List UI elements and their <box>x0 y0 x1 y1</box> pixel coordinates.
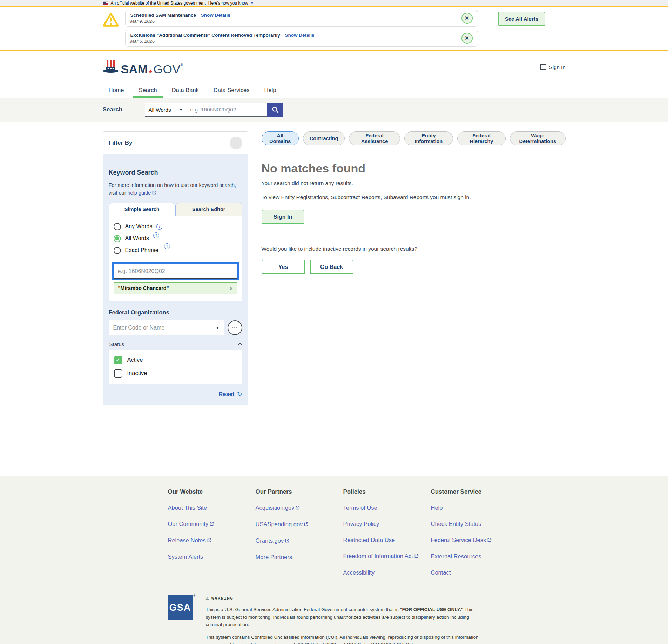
footer-link-system-alerts[interactable]: System Alerts <box>168 554 256 560</box>
sign-in-button[interactable]: Sign In <box>262 210 304 224</box>
header-sign-in-link[interactable]: ← Sign In <box>540 64 566 70</box>
search-submit-button[interactable] <box>267 103 283 117</box>
help-guide-label: help guide <box>128 190 151 196</box>
filter-panel: Filter By Keyword Search For more inform… <box>103 131 248 405</box>
no-matches-title: No matches found <box>262 162 566 175</box>
federal-org-more-button[interactable]: ... <box>228 320 242 335</box>
info-icon[interactable]: i <box>164 243 170 249</box>
footer-link-label: External Resources <box>431 553 481 560</box>
gsa-logo: GSA <box>168 595 193 620</box>
footer-link-grants-gov[interactable]: Grants.gov <box>256 537 343 544</box>
radio-exact-phrase[interactable] <box>114 247 121 254</box>
warning-icon: ⚠ <box>206 595 209 601</box>
no-results-text: Your search did not return any results. <box>262 180 566 187</box>
domain-pill-all-domains[interactable]: All Domains <box>262 131 299 145</box>
keyword-search-input[interactable] <box>114 264 237 279</box>
footer-link-terms-of-use[interactable]: Terms of Use <box>343 504 431 511</box>
domain-pill-entity-information[interactable]: Entity Information <box>404 131 453 145</box>
nav-item-home[interactable]: Home <box>103 83 130 98</box>
footer-col-customer-service: Customer Service Help Check Entity Statu… <box>431 488 519 585</box>
remove-chip-icon[interactable]: × <box>230 285 233 291</box>
top-search-input[interactable] <box>187 103 267 117</box>
yes-button[interactable]: Yes <box>262 260 305 274</box>
logo-star-icon: ★ <box>148 68 153 74</box>
nav-item-data-bank[interactable]: Data Bank <box>166 83 205 98</box>
chevron-down-icon: ▼ <box>179 108 183 112</box>
alert-date: Mar 9, 2026 <box>130 19 461 24</box>
footer-link-release-notes[interactable]: Release Notes <box>168 537 256 544</box>
tab-simple-search[interactable]: Simple Search <box>109 203 176 216</box>
footer-link-privacy-policy[interactable]: Privacy Policy <box>343 521 431 527</box>
checkbox-active[interactable]: ✓ <box>114 356 122 364</box>
footer-link-label: Freedom of Information Act <box>343 553 413 559</box>
footer-link-acquisition-gov[interactable]: Acquisition.gov <box>256 504 343 511</box>
footer-link-label: Terms of Use <box>343 504 377 511</box>
go-back-button[interactable]: Go Back <box>310 260 353 274</box>
federal-org-select[interactable]: Enter Code or Name ▼ <box>109 320 224 335</box>
tab-search-editor[interactable]: Search Editor <box>175 203 242 216</box>
footer-link-external-resources[interactable]: External Resources <box>431 553 519 560</box>
status-options-box: ✓ Active Inactive <box>109 350 242 384</box>
nav-item-help[interactable]: Help <box>258 83 282 98</box>
inactive-records-question: Would you like to include inactive recor… <box>262 246 566 252</box>
search-mode-select[interactable]: All Words ▼ <box>145 103 187 117</box>
uncle-sam-hat-icon: ★ ★ ★ <box>103 59 119 75</box>
see-all-alerts-button[interactable]: See All Alerts <box>498 12 546 26</box>
external-link-icon <box>304 521 308 528</box>
footer-heading: Our Partners <box>256 488 343 495</box>
reset-filters-link[interactable]: Reset <box>218 391 234 398</box>
footer-link-restricted-data-use[interactable]: Restricted Data Use <box>343 537 431 543</box>
gov-banner: An official website of the United States… <box>0 0 668 7</box>
show-details-link[interactable]: Show Details <box>201 13 230 18</box>
domain-pill-wage-determinations[interactable]: Wage Determinations <box>510 131 566 145</box>
close-icon[interactable]: ✕ <box>461 33 473 44</box>
external-link-icon <box>414 553 419 560</box>
samgov-logo[interactable]: ★ ★ ★ SAM★GOV® <box>103 59 184 75</box>
footer-link-federal-service-desk[interactable]: Federal Service Desk <box>431 537 519 544</box>
radio-all-words[interactable] <box>114 235 121 242</box>
footer-heading: Our Website <box>168 488 256 495</box>
footer-link-contact[interactable]: Contact <box>431 569 519 576</box>
show-details-link[interactable]: Show Details <box>285 33 315 38</box>
warning-triangle-icon <box>103 12 119 27</box>
how-you-know-link[interactable]: Here's how you know <box>208 1 248 6</box>
radio-any-words[interactable] <box>114 223 121 230</box>
radio-all-words-label: All Words <box>125 235 149 242</box>
nav-item-data-services[interactable]: Data Services <box>208 83 256 98</box>
logo-gov-text: GOV <box>154 62 181 76</box>
domain-pill-federal-assistance[interactable]: Federal Assistance <box>349 131 400 145</box>
domain-pill-federal-hierarchy[interactable]: Federal Hierarchy <box>457 131 506 145</box>
checkbox-inactive[interactable] <box>114 369 122 378</box>
footer-link-label: Release Notes <box>168 537 206 543</box>
help-guide-link[interactable]: help guide <box>128 190 157 196</box>
footer-link-about-this-site[interactable]: About This Site <box>168 504 256 511</box>
footer-link-more-partners[interactable]: More Partners <box>256 554 343 561</box>
footer-link-usaspending-gov[interactable]: USASpending.gov <box>256 521 343 528</box>
collapse-filters-button[interactable] <box>230 137 242 149</box>
footer-link-accessibility[interactable]: Accessibility <box>343 569 431 576</box>
gsa-registered-mark: ® <box>193 594 196 597</box>
footer-col-our-partners: Our Partners Acquisition.gov USASpending… <box>256 488 343 585</box>
nav-item-search[interactable]: Search <box>133 83 163 98</box>
close-icon[interactable]: ✕ <box>461 13 473 24</box>
footer-link-label: Check Entity Status <box>431 521 481 527</box>
domain-pills: All Domains Contracting Federal Assistan… <box>262 131 566 145</box>
footer-heading: Policies <box>343 488 431 495</box>
search-mode-value: All Words <box>149 107 171 113</box>
alert-exclusions: Exclusions “Additional Comments” Content… <box>125 30 478 47</box>
external-link-icon <box>487 537 492 544</box>
status-section-label: Status <box>109 341 124 347</box>
keyword-search-heading: Keyword Search <box>109 169 242 176</box>
domain-pill-contracting[interactable]: Contracting <box>303 131 345 145</box>
info-icon[interactable]: i <box>156 224 162 230</box>
footer-link-help[interactable]: Help <box>431 504 519 511</box>
chevron-up-icon[interactable] <box>237 343 242 347</box>
search-icon <box>271 106 279 114</box>
footer-link-check-entity-status[interactable]: Check Entity Status <box>431 521 519 527</box>
info-icon[interactable]: i <box>153 232 159 238</box>
footer-link-our-community[interactable]: Our Community <box>168 521 256 528</box>
site-header: ★ ★ ★ SAM★GOV® ← Sign In <box>0 51 668 83</box>
footer-link-foia[interactable]: Freedom of Information Act <box>343 553 431 560</box>
radio-any-words-label: Any Words <box>125 223 153 230</box>
results-section: All Domains Contracting Federal Assistan… <box>262 131 566 274</box>
